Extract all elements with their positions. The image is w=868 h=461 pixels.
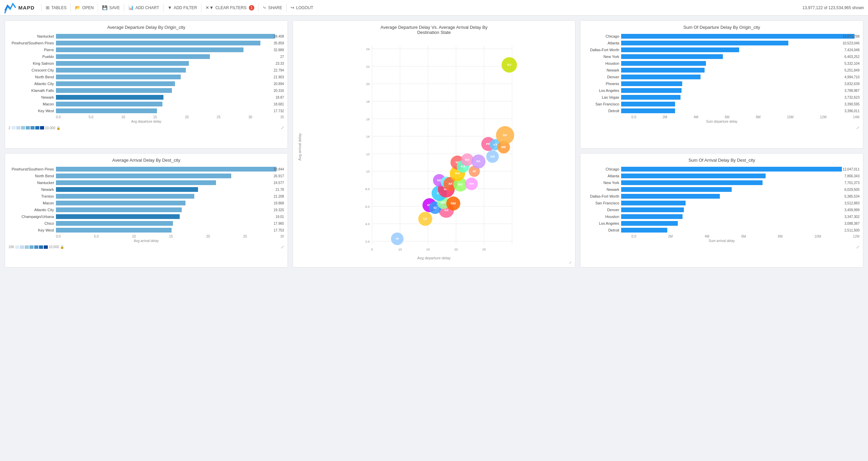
expand-icon[interactable]: ⤢: [281, 125, 284, 130]
bar-track: 19.01: [56, 214, 284, 219]
bar-fill: [621, 88, 681, 93]
share-icon: ⤷: [263, 5, 267, 10]
table-row[interactable]: Phoenix 3,832,639: [584, 81, 860, 87]
arr-delay-dest-xlabel: Avg arrival delay: [8, 239, 284, 243]
add-filter-button[interactable]: ▼ ADD FILTER: [164, 0, 200, 16]
arr-delay-sum-title: Sum Of Arrival Delay By Dest_city: [584, 158, 860, 163]
bar-track: 22.794: [56, 68, 284, 73]
table-row[interactable]: Houston 5,332,104: [584, 60, 860, 66]
scatter-expand[interactable]: ⤢: [296, 261, 572, 264]
bar-value: 3,512,883: [845, 201, 860, 205]
bar-value: 6,029,505: [845, 187, 860, 191]
bar-value: 5,385,534: [845, 194, 860, 198]
table-row[interactable]: New York 7,701,373: [584, 180, 860, 186]
expand-icon-3[interactable]: ⤢: [856, 125, 860, 130]
bar-value: 24.577: [274, 181, 284, 184]
open-button[interactable]: 📂 OPEN: [72, 0, 97, 16]
bar-label: Dallas-Fort Worth: [584, 194, 621, 198]
bar-track: 20.316: [56, 88, 284, 93]
table-row[interactable]: Chicago 12,047,011: [584, 166, 860, 172]
bar-fill: [56, 54, 210, 59]
save-button[interactable]: 💾 SAVE: [99, 0, 123, 16]
bar-track: 5,251,849: [621, 68, 860, 73]
table-row[interactable]: Detroit 3,396,011: [584, 108, 860, 114]
bar-fill: [56, 88, 172, 93]
bar-track: 17.965: [56, 221, 284, 226]
table-row[interactable]: Nantucket 24.577: [8, 180, 284, 186]
table-row[interactable]: Atlantic City 19.325: [8, 207, 284, 213]
bar-track: 3,832,639: [621, 81, 860, 86]
bar-fill: [56, 41, 260, 45]
bar-track: 6,029,505: [621, 187, 860, 192]
bar-fill: [56, 95, 163, 100]
expand-icon-2[interactable]: ⤢: [281, 245, 284, 249]
bar-label: Las Vegas: [584, 95, 621, 99]
table-row[interactable]: Macon 19.868: [8, 200, 284, 206]
table-row[interactable]: Pueblo 27: [8, 54, 284, 60]
table-row[interactable]: Atlanta 10,523,046: [584, 40, 860, 46]
bar-label: Phoenix: [584, 82, 621, 86]
arr-delay-sum-xlabel: Sum arrival delay: [584, 239, 860, 243]
svg-text:10: 10: [366, 170, 369, 173]
bar-label: New York: [584, 181, 621, 185]
table-row[interactable]: Nantucket 38.408: [8, 33, 284, 39]
add-chart-button[interactable]: 📊 ADD CHART: [125, 0, 162, 16]
table-row[interactable]: Champaign/Urbana 19.01: [8, 214, 284, 220]
table-row[interactable]: Key West 17.732: [8, 108, 284, 114]
table-row[interactable]: Macon 18.681: [8, 101, 284, 107]
svg-text:WY: WY: [441, 201, 446, 204]
table-row[interactable]: Denver 3,409,999: [584, 207, 860, 213]
table-row[interactable]: Newark 21.78: [8, 186, 284, 193]
table-row[interactable]: Crescent City 22.794: [8, 67, 284, 73]
bar-fill: [56, 108, 157, 113]
bar-fill: [56, 68, 186, 73]
bar-label: Pinehurst/Southern Pines: [8, 41, 56, 45]
table-row[interactable]: New York 6,403,252: [584, 54, 860, 60]
table-row[interactable]: Chico 17.965: [8, 220, 284, 226]
add-filter-label: ADD FILTER: [174, 5, 197, 10]
open-icon: 📂: [75, 5, 80, 10]
table-row[interactable]: Detroit 2,511,500: [584, 227, 860, 233]
table-row[interactable]: Dallas-Fort Worth 5,385,534: [584, 193, 860, 199]
bar-track: 7,424,048: [621, 47, 860, 52]
table-row[interactable]: Pinehurst/Southern Pines 33.844: [8, 166, 284, 172]
table-row[interactable]: North Bend 21.903: [8, 74, 284, 80]
table-row[interactable]: Trenton 21.208: [8, 193, 284, 199]
table-row[interactable]: Key West 17.753: [8, 227, 284, 233]
dep-delay-sum-xlabel: Sum departure delay: [584, 120, 860, 123]
table-row[interactable]: King Salmon 23.33: [8, 60, 284, 66]
table-row[interactable]: Newark 6,029,505: [584, 186, 860, 193]
bar-value: 19.01: [276, 215, 284, 218]
table-row[interactable]: Klamath Falls 20.316: [8, 87, 284, 94]
bar-value: 17.732: [274, 109, 284, 113]
bar-label: Atlantic City: [8, 82, 56, 86]
bar-track: 23.33: [56, 61, 284, 66]
table-row[interactable]: Newark 5,251,849: [584, 67, 860, 73]
bar-value: 7,701,373: [845, 181, 860, 184]
table-row[interactable]: North Bend 26.917: [8, 173, 284, 179]
color-scale-2: [15, 245, 48, 249]
tables-button[interactable]: ⊞ TABLES: [42, 0, 70, 16]
table-row[interactable]: San Francisco 3,512,883: [584, 200, 860, 206]
table-row[interactable]: Chicago 14,672,298: [584, 33, 860, 39]
bar-label: North Bend: [8, 174, 56, 178]
table-row[interactable]: Atlanta 7,866,343: [584, 173, 860, 179]
share-button[interactable]: ⤷ SHARE: [259, 0, 285, 16]
bar-label: Los Angeles: [584, 88, 621, 93]
table-row[interactable]: Atlantic City 20.894: [8, 81, 284, 87]
table-row[interactable]: Newark 18.87: [8, 94, 284, 100]
expand-icon-4[interactable]: ⤢: [856, 245, 860, 249]
table-row[interactable]: Dallas-Fort Worth 7,424,048: [584, 47, 860, 53]
clear-filters-button[interactable]: ✕▼ CLEAR FILTERS 1: [202, 0, 258, 16]
svg-text:NJ: NJ: [507, 63, 511, 66]
table-row[interactable]: Los Angeles 3,788,987: [584, 87, 860, 94]
table-row[interactable]: Pierre 32.889: [8, 47, 284, 53]
table-row[interactable]: Pinehurst/Southern Pines 35.859: [8, 40, 284, 46]
table-row[interactable]: Los Angeles 3,088,387: [584, 220, 860, 226]
table-row[interactable]: San Francisco 3,390,595: [584, 101, 860, 107]
logout-button[interactable]: ↪ LOGOUT: [287, 0, 317, 16]
table-row[interactable]: Houston 3,347,302: [584, 214, 860, 220]
table-row[interactable]: Las Vegas 3,732,623: [584, 94, 860, 100]
table-row[interactable]: Denver 4,994,710: [584, 74, 860, 80]
bar-value: 2,511,500: [845, 228, 860, 232]
